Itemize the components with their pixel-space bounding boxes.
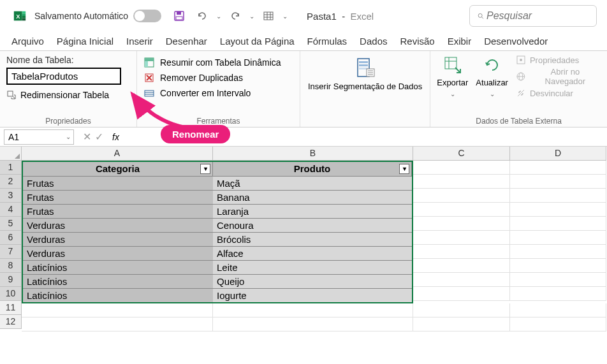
- tab-formulas[interactable]: Fórmulas: [301, 32, 354, 50]
- insert-slicer-button[interactable]: Inserir Segmentação de Dados: [308, 56, 422, 92]
- save-button[interactable]: [170, 7, 188, 25]
- filter-dropdown-icon[interactable]: ▾: [399, 164, 409, 174]
- row-header[interactable]: 4: [0, 203, 22, 217]
- column-header-b[interactable]: B: [213, 147, 413, 161]
- cell[interactable]: Frutas: [23, 204, 213, 218]
- row-header[interactable]: 6: [0, 231, 22, 245]
- cell[interactable]: Verduras: [23, 246, 213, 260]
- cell[interactable]: [413, 317, 510, 331]
- cell[interactable]: Frutas: [23, 176, 213, 190]
- column-header-c[interactable]: C: [413, 147, 510, 161]
- cell[interactable]: [510, 189, 606, 203]
- cell[interactable]: [510, 287, 606, 301]
- undo-dropdown[interactable]: ⌄: [216, 13, 221, 20]
- grid-icon-button[interactable]: [260, 7, 277, 25]
- cell[interactable]: Verduras: [23, 232, 213, 246]
- search-box[interactable]: [469, 5, 597, 27]
- row-header[interactable]: 11: [0, 301, 22, 315]
- cell[interactable]: [413, 161, 510, 175]
- table-header-produto[interactable]: Produto ▾: [213, 162, 412, 176]
- cell[interactable]: [22, 303, 213, 317]
- export-button[interactable]: Exportar⌄: [437, 55, 468, 98]
- cell[interactable]: [413, 287, 510, 301]
- qat-more-dropdown[interactable]: ⌄: [282, 13, 288, 20]
- tab-exibir[interactable]: Exibir: [441, 32, 478, 50]
- cell[interactable]: [510, 273, 606, 287]
- name-box[interactable]: A1 ⌄: [4, 129, 74, 145]
- svg-rect-2: [22, 11, 26, 14]
- cell[interactable]: Laranja: [213, 204, 412, 218]
- fx-label[interactable]: fx: [112, 132, 119, 142]
- cell[interactable]: Laticínios: [23, 288, 213, 302]
- tab-pagina-inicial[interactable]: Página Inicial: [50, 32, 120, 50]
- autosave-toggle[interactable]: [133, 10, 161, 22]
- row-header[interactable]: 1: [0, 161, 22, 175]
- refresh-button[interactable]: Atualizar⌄: [476, 55, 508, 98]
- tab-arquivo[interactable]: Arquivo: [5, 32, 50, 50]
- cell[interactable]: Laticínios: [23, 274, 213, 288]
- cell[interactable]: [213, 303, 413, 317]
- cell[interactable]: Banana: [213, 190, 412, 204]
- row-header[interactable]: 8: [0, 259, 22, 273]
- row-header[interactable]: 5: [0, 217, 22, 231]
- undo-button[interactable]: [193, 7, 211, 25]
- tab-inserir[interactable]: Inserir: [120, 32, 159, 50]
- row-header[interactable]: 10: [0, 287, 22, 301]
- cell[interactable]: [510, 217, 606, 231]
- table-header-categoria[interactable]: Categoria ▾: [23, 162, 213, 176]
- cell[interactable]: [413, 175, 510, 189]
- filter-dropdown-icon[interactable]: ▾: [200, 164, 210, 174]
- select-all-cell[interactable]: [0, 147, 22, 161]
- cell[interactable]: [413, 231, 510, 245]
- remove-duplicates-button[interactable]: Remover Duplicadas: [143, 70, 293, 85]
- tab-revisao[interactable]: Revisão: [393, 32, 441, 50]
- cell[interactable]: [413, 245, 510, 259]
- table-name-input[interactable]: [6, 68, 121, 85]
- tab-dados[interactable]: Dados: [353, 32, 393, 50]
- tab-desenhar[interactable]: Desenhar: [159, 32, 214, 50]
- cell[interactable]: [510, 245, 606, 259]
- cell[interactable]: [510, 175, 606, 189]
- cell[interactable]: [510, 317, 606, 331]
- cell[interactable]: Brócolis: [213, 232, 412, 246]
- cell[interactable]: Frutas: [23, 190, 213, 204]
- cell[interactable]: [510, 303, 606, 317]
- cell[interactable]: [413, 217, 510, 231]
- cell[interactable]: [510, 259, 606, 273]
- convert-to-range-button[interactable]: Converter em Intervalo: [143, 85, 293, 101]
- tab-layout[interactable]: Layout da Página: [214, 32, 301, 50]
- cell[interactable]: [413, 189, 510, 203]
- row-header[interactable]: 7: [0, 245, 22, 259]
- cell[interactable]: Cenoura: [213, 218, 412, 232]
- row-header[interactable]: 3: [0, 189, 22, 203]
- row-header[interactable]: 12: [0, 315, 22, 329]
- data-table[interactable]: Categoria ▾ Produto ▾ FrutasMaçã FrutasB…: [22, 161, 413, 303]
- column-header-d[interactable]: D: [510, 147, 606, 161]
- row-header[interactable]: 9: [0, 273, 22, 287]
- cell[interactable]: Iogurte: [213, 288, 412, 302]
- cell[interactable]: [510, 161, 606, 175]
- cell[interactable]: [413, 203, 510, 217]
- cell[interactable]: Alface: [213, 246, 412, 260]
- cell[interactable]: Queijo: [213, 274, 412, 288]
- cell[interactable]: [213, 317, 413, 331]
- cell[interactable]: Maçã: [213, 176, 412, 190]
- cell[interactable]: Laticínios: [23, 260, 213, 274]
- resize-table-button[interactable]: Redimensionar Tabela: [6, 89, 130, 101]
- redo-button[interactable]: [226, 7, 244, 25]
- cell[interactable]: [413, 303, 510, 317]
- cell[interactable]: [510, 203, 606, 217]
- cell[interactable]: [22, 317, 213, 331]
- column-header-a[interactable]: A: [22, 147, 213, 161]
- name-box-dropdown-icon[interactable]: ⌄: [66, 133, 71, 140]
- cell[interactable]: Leite: [213, 260, 412, 274]
- cell[interactable]: [413, 273, 510, 287]
- tab-desenvolvedor[interactable]: Desenvolvedor: [478, 32, 554, 50]
- cell[interactable]: [413, 259, 510, 273]
- pivot-table-button[interactable]: Resumir com Tabela Dinâmica: [143, 55, 293, 70]
- row-header[interactable]: 2: [0, 175, 22, 189]
- cell[interactable]: Verduras: [23, 218, 213, 232]
- redo-dropdown[interactable]: ⌄: [249, 13, 254, 20]
- cell[interactable]: [510, 231, 606, 245]
- search-input[interactable]: [486, 10, 589, 22]
